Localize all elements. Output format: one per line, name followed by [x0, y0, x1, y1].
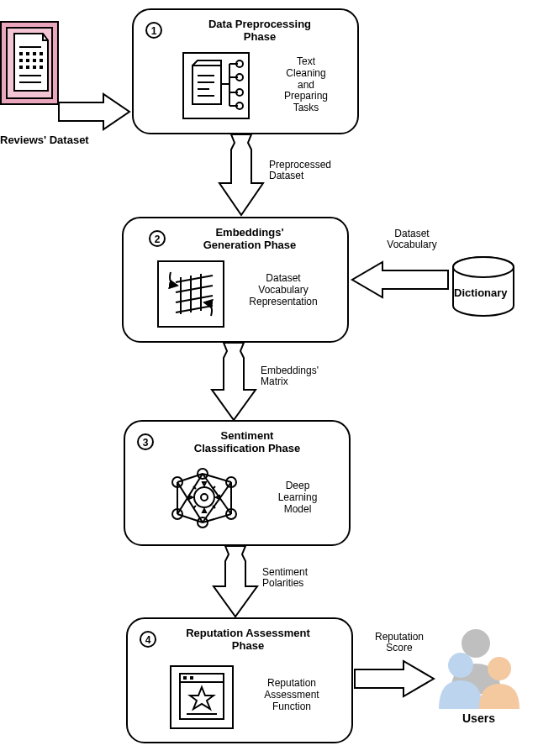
svg-rect-12: [33, 66, 36, 69]
arrow-phase4-to-users: [353, 659, 437, 698]
svg-point-70: [462, 629, 490, 658]
phase-2-title: Embeddings' Generation Phase: [174, 227, 325, 252]
users-icon: [427, 622, 536, 714]
phase-2-desc: Dataset Vocabulary Representation: [237, 273, 330, 307]
phase-1: 1 Data Preprocessing Phase Text Cleaning…: [132, 8, 359, 134]
flow-sentiment: Sentiment Polarities: [262, 567, 346, 589]
svg-rect-10: [19, 66, 23, 69]
svg-rect-63: [180, 674, 224, 719]
phase-3-number: 3: [137, 433, 154, 450]
arrow-phase3-to-phase4: [210, 546, 261, 620]
phase-1-desc: Text Cleaning and Preparing Tasks: [268, 56, 344, 114]
svg-marker-62: [214, 546, 257, 617]
phase-4-iconbox: [170, 665, 234, 729]
svg-marker-42: [352, 262, 448, 297]
svg-rect-4: [33, 52, 36, 55]
svg-rect-7: [26, 59, 29, 62]
svg-point-41: [453, 257, 514, 277]
svg-marker-32: [219, 134, 263, 215]
svg-rect-13: [40, 66, 43, 69]
flow-preprocessed: Preprocessed Dataset: [269, 160, 361, 181]
neural-network-icon: [167, 465, 243, 533]
phase-2-iconbox: [157, 260, 224, 328]
svg-rect-66: [190, 676, 193, 680]
flow-embeddings: Embeddings' Matrix: [261, 365, 353, 387]
svg-marker-43: [212, 343, 256, 420]
svg-rect-17: [193, 66, 221, 104]
svg-rect-9: [40, 59, 43, 62]
phase-4-desc: Reputation Assessment Function: [245, 678, 338, 712]
svg-rect-65: [183, 676, 187, 680]
text-cleaning-icon: [184, 54, 248, 118]
phase-1-number: 1: [145, 22, 162, 39]
arrow-dataset-to-phase1: [57, 92, 133, 131]
dictionary-label: Dictionary: [454, 287, 508, 299]
svg-marker-69: [355, 661, 434, 696]
phase-1-title: Data Preprocessing Phase: [184, 18, 335, 44]
dataset-card: [0, 21, 59, 105]
svg-marker-16: [59, 94, 129, 129]
star-rating-icon: [171, 667, 232, 727]
phase-3: 3 Sentiment Classification Phase Deep Le…: [124, 420, 351, 546]
phase-3-title: Sentiment Classification Phase: [163, 430, 331, 455]
svg-rect-11: [26, 66, 29, 69]
phase-4-number: 4: [140, 631, 156, 648]
svg-marker-67: [190, 687, 214, 709]
phase-4-title: Reputation Assessment Phase: [160, 627, 336, 653]
document-icon: [8, 29, 55, 97]
arrow-dictionary-to-phase2: [349, 260, 450, 299]
svg-rect-5: [40, 52, 43, 55]
flow-reputation: Reputation Score: [361, 632, 437, 654]
dataset-label: Reviews' Dataset: [0, 134, 109, 146]
svg-rect-8: [33, 59, 36, 62]
svg-point-61: [201, 494, 208, 501]
svg-rect-6: [19, 59, 23, 62]
svg-point-71: [448, 653, 473, 678]
flow-vocabulary: Dataset Vocabulary: [370, 228, 454, 250]
phase-2: 2 Embeddings' Generation Phase Dataset V…: [122, 217, 349, 343]
arrow-phase1-to-phase2: [216, 134, 266, 218]
svg-rect-2: [19, 52, 23, 55]
phase-4: 4 Reputation Assessment Phase Reputation…: [126, 617, 353, 743]
embedding-icon: [159, 262, 223, 326]
svg-rect-3: [26, 52, 29, 55]
phase-2-number: 2: [149, 230, 166, 247]
phase-1-iconbox: [182, 52, 250, 119]
phase-3-iconbox: [167, 465, 243, 533]
arrow-phase2-to-phase3: [208, 343, 259, 423]
phase-3-desc: Deep Learning Model: [260, 480, 335, 515]
users-label: Users: [462, 712, 495, 725]
svg-point-72: [488, 657, 511, 680]
